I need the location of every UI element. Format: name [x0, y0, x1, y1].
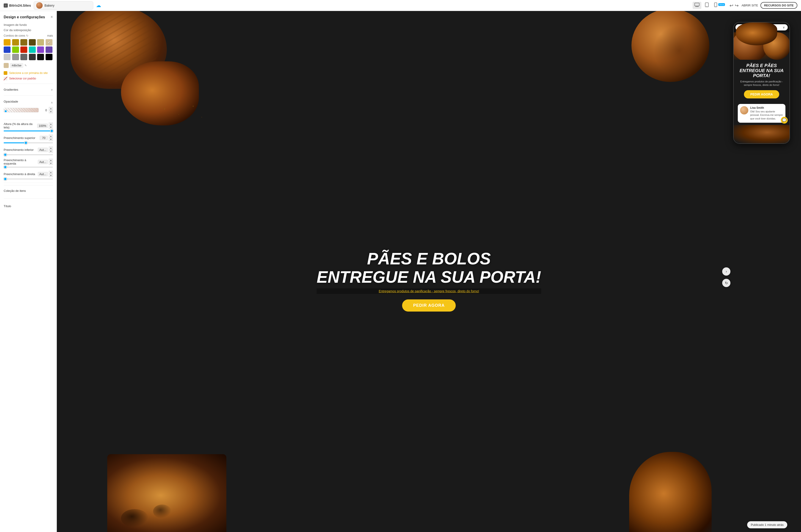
altura-thumb[interactable] — [50, 129, 53, 133]
phone-title-line1: PÃES E PÃES — [737, 63, 786, 68]
nova-badge: Nova — [718, 3, 725, 6]
nav-arrow-right[interactable]: › — [722, 267, 730, 276]
cloud-icon: ☁ — [96, 2, 101, 8]
color-swatch-7[interactable] — [12, 46, 19, 53]
altura-track[interactable] — [4, 131, 53, 131]
preenchimento-esquerda-value-wrap: Aut... ▲ ▼ — [38, 159, 53, 165]
superior-thumb[interactable] — [24, 141, 28, 145]
refresh-combos-icon[interactable]: ↻ — [26, 34, 29, 37]
preenchimento-superior-section: Preenchimento superior 70 ▲ ▼ — [4, 135, 53, 143]
edit-color-icon[interactable]: ✎ — [24, 64, 27, 67]
color-swatch-2[interactable] — [20, 39, 27, 45]
color-swatch-10[interactable] — [37, 46, 44, 53]
opacidade-decrement[interactable]: ▼ — [49, 110, 53, 113]
color-swatch-6[interactable] — [4, 46, 11, 53]
inferior-track[interactable] — [4, 154, 53, 155]
undo-button[interactable]: ↩ — [729, 3, 733, 8]
color-swatch-5[interactable] — [45, 39, 53, 45]
close-panel-button[interactable]: × — [50, 15, 53, 19]
preenchimento-superior-label: Preenchimento superior — [4, 136, 35, 140]
svg-rect-0 — [695, 3, 699, 6]
recursos-site-button[interactable]: RECURSOS DO SITE — [761, 2, 797, 9]
esquerda-thumb[interactable] — [4, 166, 7, 169]
phone-title-line2: ENTREGUE NA SUA PORTA! — [737, 68, 786, 78]
inf-stepper: ▲ ▼ — [49, 147, 53, 153]
gradientes-row[interactable]: Gradientes ∨ — [4, 86, 53, 93]
color-swatch-8[interactable] — [20, 46, 27, 53]
color-swatch-0[interactable] — [4, 39, 11, 45]
sup-increment[interactable]: ▲ — [49, 135, 53, 138]
opacidade-header[interactable]: Opacidade ∧ — [4, 98, 53, 107]
redo-button[interactable]: ↪ — [735, 3, 739, 8]
color-swatch-11[interactable] — [45, 46, 53, 53]
inferior-thumb[interactable] — [4, 153, 7, 156]
color-swatch-14[interactable] — [20, 54, 27, 60]
phone-subtitle: Entregamos produtos de panificação - sem… — [737, 80, 786, 87]
opacidade-label: Opacidade — [4, 100, 18, 103]
primary-color-indicator — [4, 71, 7, 75]
nav-refresh[interactable]: ↻ — [722, 279, 730, 287]
color-swatch-15[interactable] — [29, 54, 36, 60]
sup-decrement[interactable]: ▼ — [49, 138, 53, 141]
svg-point-7 — [715, 6, 716, 7]
preenchimento-esquerda-value[interactable]: Aut... — [38, 160, 48, 164]
direita-track[interactable] — [4, 178, 53, 179]
site-name-bar[interactable]: Bakery — [34, 1, 93, 10]
chat-bubble-icon[interactable]: 💬 — [781, 117, 788, 124]
esq-increment[interactable]: ▲ — [49, 159, 53, 162]
opacidade-handle[interactable] — [4, 110, 7, 112]
inf-decrement[interactable]: ▼ — [49, 150, 53, 153]
main-title-line2: ENTREGUE NA SUA PORTA! — [317, 268, 541, 286]
color-input-text[interactable]: #dbcfae — [10, 63, 23, 68]
altura-fill — [4, 131, 53, 131]
opacidade-bar[interactable] — [4, 108, 39, 112]
esq-decrement[interactable]: ▼ — [49, 162, 53, 165]
primary-color-label[interactable]: Selecione a cor primária do site — [9, 72, 48, 75]
dir-decrement[interactable]: ▼ — [49, 174, 53, 177]
mobile-btn[interactable]: Nova — [712, 2, 727, 9]
esquerda-track[interactable] — [4, 167, 53, 168]
combos-mais-link[interactable]: mais — [47, 34, 53, 37]
color-swatch-16[interactable] — [37, 54, 44, 60]
inf-increment[interactable]: ▲ — [49, 147, 53, 150]
phone-bottom-bread — [736, 22, 777, 45]
color-swatch-12[interactable] — [4, 54, 11, 60]
altura-increment[interactable]: ▲ — [49, 122, 53, 126]
default-color-label[interactable]: Selecionar cor padrão — [9, 77, 36, 80]
opacidade-increment[interactable]: ▲ — [49, 107, 53, 110]
preenchimento-direita-value[interactable]: Aut... — [38, 172, 48, 176]
color-swatch-17[interactable] — [45, 54, 53, 60]
canvas-area: PÃES E BOLOS ENTREGUE NA SUA PORTA! Entr… — [57, 11, 801, 532]
altura-label-row: Altura (% da altura da tela) 100% ▲ ▼ — [4, 122, 53, 129]
preenchimento-inferior-value[interactable]: Aut... — [38, 148, 48, 152]
altura-value[interactable]: 100% — [37, 124, 48, 128]
pedir-agora-button[interactable]: PEDIR AGORA — [402, 300, 455, 311]
phone-chat-name: Lisa Smith — [750, 106, 783, 110]
preenchimento-direita-section: Preenchimento à direita Aut... ▲ ▼ — [4, 171, 53, 179]
default-color-indicator — [4, 77, 7, 80]
sup-stepper: ▲ ▼ — [49, 135, 53, 141]
phone-pedir-button[interactable]: PEDIR AGORA — [744, 90, 779, 98]
color-swatch-1[interactable] — [12, 39, 19, 45]
color-swatch-3[interactable] — [29, 39, 36, 45]
direita-thumb[interactable] — [4, 177, 7, 180]
color-swatch-13[interactable] — [12, 54, 19, 60]
svg-point-5 — [707, 6, 707, 7]
abrir-site-button[interactable]: ABRIR SITE — [742, 4, 758, 7]
opacidade-value[interactable]: 0 — [40, 109, 47, 112]
altura-decrement[interactable]: ▼ — [49, 126, 53, 129]
dir-increment[interactable]: ▲ — [49, 171, 53, 174]
phone-chat-avatar — [740, 106, 748, 114]
combos-title: Combos de cores ↻ — [4, 34, 29, 37]
desktop-btn[interactable] — [693, 2, 701, 9]
undo-redo-group: ↩ ↪ — [729, 3, 739, 8]
tablet-btn[interactable] — [703, 2, 710, 9]
preenchimento-superior-value[interactable]: 70 — [40, 136, 48, 140]
color-swatch-9[interactable] — [29, 46, 36, 53]
titulo-section: Título — [4, 201, 53, 211]
color-input-swatch[interactable] — [4, 63, 9, 68]
logo: ⌂ Bitrix24.Sites — [4, 3, 31, 7]
superior-track[interactable] — [4, 142, 53, 143]
canvas-subtitle: Entregamos produtos de panificação - sem… — [317, 288, 541, 294]
color-swatch-4[interactable] — [37, 39, 44, 45]
